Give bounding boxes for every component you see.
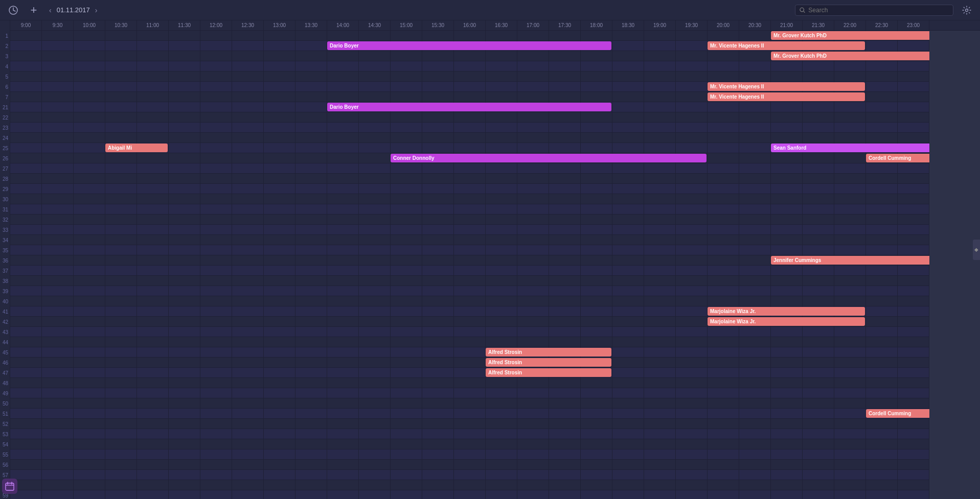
row-label-39: 39 <box>0 286 10 296</box>
event-e9[interactable]: Sean Sanford <box>771 144 929 152</box>
row-label-37: 37 <box>0 266 10 276</box>
row-label-54: 54 <box>0 439 10 449</box>
grid-row <box>10 439 929 449</box>
grid-row <box>10 112 929 123</box>
time-slot-1000: 10:00 <box>74 20 105 30</box>
row-label-26: 26 <box>0 153 10 163</box>
row-label-32: 32 <box>0 215 10 225</box>
grid-row <box>10 419 929 429</box>
row-label-55: 55 <box>0 449 10 460</box>
row-label-35: 35 <box>0 245 10 255</box>
row-label-34: 34 <box>0 235 10 245</box>
grid-row <box>10 123 929 133</box>
row-label-31: 31 <box>0 204 10 215</box>
search-icon <box>800 7 805 13</box>
row-label-48: 48 <box>0 378 10 388</box>
row-label-30: 30 <box>0 194 10 204</box>
grid-row <box>10 286 929 296</box>
grid-row <box>10 368 929 378</box>
time-slot-1030: 10:30 <box>105 20 137 30</box>
search-box[interactable] <box>795 5 953 16</box>
row-label-43: 43 <box>0 327 10 337</box>
grid-row <box>10 215 929 225</box>
row-label-4: 4 <box>0 61 10 72</box>
search-input[interactable] <box>808 7 949 14</box>
row-label-24: 24 <box>0 133 10 143</box>
grid-row <box>10 347 929 358</box>
grid-row <box>10 327 929 337</box>
time-slot-2230: 22:30 <box>866 20 898 30</box>
row-label-46: 46 <box>0 358 10 368</box>
time-slot-2000: 20:00 <box>708 20 739 30</box>
time-slot-1330: 13:30 <box>295 20 327 30</box>
event-e12[interactable]: Jennifer Cummings <box>771 256 929 265</box>
time-slot-1730: 17:30 <box>549 20 581 30</box>
event-e17[interactable]: Alfred Strosin <box>486 368 611 377</box>
grid-row <box>10 235 929 245</box>
toolbar: + ‹ 01.11.2017 › <box>0 0 980 20</box>
time-slot-1200: 12:00 <box>200 20 232 30</box>
event-e14[interactable]: Marjolaine Wiza Jr. <box>708 317 865 326</box>
next-arrow[interactable]: › <box>93 5 100 15</box>
time-slot-1900: 19:00 <box>644 20 676 30</box>
time-slot-1100: 11:00 <box>137 20 169 30</box>
row-label-25: 25 <box>0 143 10 153</box>
grid-row <box>10 449 929 460</box>
grid-row <box>10 398 929 409</box>
side-handle[interactable]: ◆ <box>973 240 980 260</box>
time-slot-1230: 12:30 <box>232 20 264 30</box>
grid-row <box>10 174 929 184</box>
event-e4[interactable]: Mr. Grover Kutch PhD <box>771 52 929 60</box>
event-e1[interactable]: Mr. Grover Kutch PhD <box>771 31 929 40</box>
event-e6[interactable]: Mr. Vicente Hagenes II <box>708 92 865 101</box>
time-slot-1430: 14:30 <box>359 20 391 30</box>
row-label-33: 33 <box>0 225 10 235</box>
grid-row <box>10 490 929 499</box>
time-slot-2200: 22:00 <box>834 20 866 30</box>
row-label-6: 6 <box>0 82 10 92</box>
settings-icon[interactable] <box>960 3 974 17</box>
prev-arrow[interactable]: ‹ <box>47 5 54 15</box>
history-icon[interactable] <box>6 3 20 17</box>
row-label-23: 23 <box>0 123 10 133</box>
row-label-28: 28 <box>0 174 10 184</box>
event-e7[interactable]: Dario Boyer <box>327 103 611 111</box>
time-slot-2100: 21:00 <box>771 20 803 30</box>
event-e10[interactable]: Conner Donnolly <box>391 154 706 162</box>
row-labels: 1234567212223242526272829303132333435363… <box>0 20 10 499</box>
event-e13[interactable]: Marjolaine Wiza Jr. <box>708 307 865 316</box>
grid-row <box>10 225 929 235</box>
event-e2[interactable]: Dario Boyer <box>327 41 611 50</box>
grid-row <box>10 358 929 368</box>
time-slot-1830: 18:30 <box>612 20 644 30</box>
grid-row <box>10 480 929 490</box>
event-e15[interactable]: Alfred Strosin <box>486 348 611 357</box>
grid-row <box>10 184 929 194</box>
row-label-21: 21 <box>0 102 10 112</box>
grid-row <box>10 296 929 306</box>
row-label-3: 3 <box>0 51 10 61</box>
event-e11[interactable]: Cordell Cumming <box>866 154 929 162</box>
row-label-29: 29 <box>0 184 10 194</box>
event-e16[interactable]: Alfred Strosin <box>486 358 611 367</box>
grid-row <box>10 460 929 470</box>
event-e3[interactable]: Mr. Vicente Hagenes II <box>708 41 865 50</box>
time-slot-1700: 17:00 <box>517 20 549 30</box>
time-slot-1500: 15:00 <box>391 20 422 30</box>
row-label-5: 5 <box>0 72 10 82</box>
time-slot-1130: 11:30 <box>169 20 200 30</box>
add-icon[interactable]: + <box>27 3 41 17</box>
event-e5[interactable]: Mr. Vicente Hagenes II <box>708 82 865 91</box>
bottom-calendar-icon[interactable] <box>2 479 17 494</box>
grid-row <box>10 378 929 388</box>
row-label-40: 40 <box>0 296 10 306</box>
event-e18[interactable]: Cordell Cumming <box>866 409 929 418</box>
time-slot-1800: 18:00 <box>581 20 612 30</box>
event-e8[interactable]: Abigail Mi <box>105 144 168 152</box>
grid-row <box>10 204 929 215</box>
row-label-51: 51 <box>0 409 10 419</box>
grid-row <box>10 337 929 347</box>
row-label-7: 7 <box>0 92 10 102</box>
time-slot-1630: 16:30 <box>486 20 517 30</box>
row-label-50: 50 <box>0 398 10 409</box>
